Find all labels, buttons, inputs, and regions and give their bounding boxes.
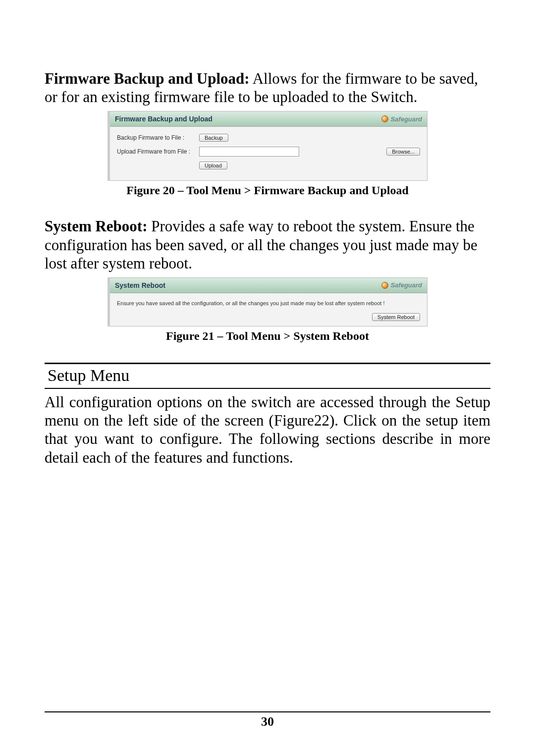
backup-label: Backup Firmware to File : [117, 134, 191, 141]
upload-file-field[interactable] [199, 147, 299, 157]
setup-menu-heading: Setup Menu [48, 366, 129, 384]
page-number: 30 [261, 714, 274, 729]
system-reboot-panel-title: System Reboot [115, 281, 165, 289]
figure-21-caption: Figure 21 – Tool Menu > System Reboot [45, 329, 490, 343]
system-reboot-button[interactable]: System Reboot [372, 313, 420, 321]
setup-menu-description: All configuration options on the switch … [45, 393, 490, 467]
firmware-panel-body: Backup Firmware to File : Backup Upload … [110, 127, 427, 180]
safeguard-badge: Safeguard [381, 115, 422, 123]
page-footer: 30 [45, 711, 490, 729]
firmware-screenshot: Firmware Backup and Upload Safeguard Bac… [45, 111, 490, 181]
system-reboot-warning: Ensure you have saved all the configurat… [117, 300, 420, 306]
safeguard-text-2: Safeguard [390, 281, 422, 289]
backup-row: Backup Firmware to File : Backup [117, 134, 420, 142]
firmware-backup-lead: Firmware Backup and Upload: [45, 70, 250, 87]
safeguard-text: Safeguard [390, 115, 422, 123]
safeguard-orb-icon [381, 115, 388, 122]
system-reboot-panel-header: System Reboot Safeguard [110, 278, 427, 293]
upload-row: Upload Firmware from File : Browse... [117, 147, 420, 157]
setup-menu-heading-box: Setup Menu [45, 363, 490, 389]
system-reboot-screenshot: System Reboot Safeguard Ensure you have … [45, 277, 490, 326]
document-page: Firmware Backup and Upload: Allows for t… [0, 0, 535, 756]
figure-20-caption: Figure 20 – Tool Menu > Firmware Backup … [45, 184, 490, 197]
upload-label: Upload Firmware from File : [117, 148, 191, 155]
firmware-panel-header: Firmware Backup and Upload Safeguard [110, 111, 427, 127]
safeguard-badge-2: Safeguard [381, 281, 422, 289]
system-reboot-lead: System Reboot: [45, 217, 148, 235]
system-reboot-body: Ensure you have saved all the configurat… [110, 293, 427, 326]
system-reboot-description: System Reboot: Provides a safe way to re… [45, 217, 490, 272]
firmware-panel-title: Firmware Backup and Upload [115, 115, 213, 123]
system-reboot-button-row: System Reboot [117, 312, 420, 321]
backup-button[interactable]: Backup [199, 134, 228, 142]
safeguard-orb-icon-2 [381, 282, 388, 289]
system-reboot-panel: System Reboot Safeguard Ensure you have … [107, 277, 428, 326]
firmware-backup-description: Firmware Backup and Upload: Allows for t… [45, 69, 490, 106]
browse-button[interactable]: Browse... [386, 148, 420, 156]
upload-button[interactable]: Upload [199, 162, 227, 169]
firmware-panel: Firmware Backup and Upload Safeguard Bac… [107, 111, 428, 181]
upload-action-row: Upload [199, 162, 420, 169]
